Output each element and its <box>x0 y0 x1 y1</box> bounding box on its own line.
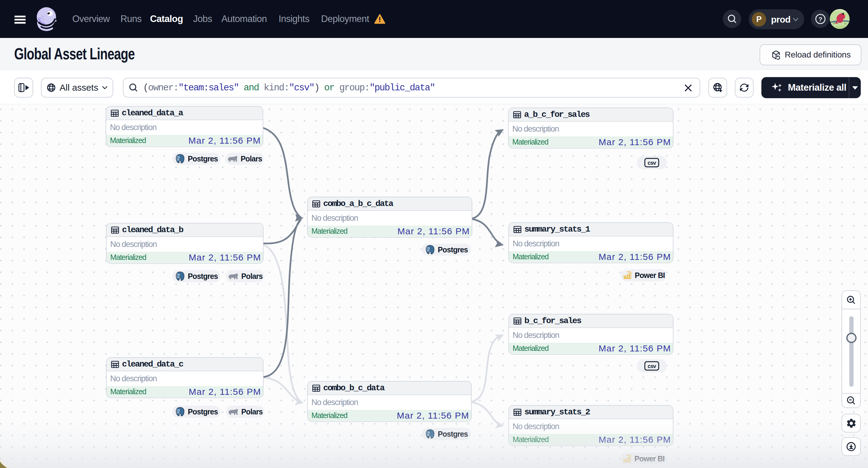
svg-text:csv: csv <box>648 363 656 369</box>
svg-text:csv: csv <box>648 160 656 166</box>
svg-text:?: ? <box>818 15 823 23</box>
